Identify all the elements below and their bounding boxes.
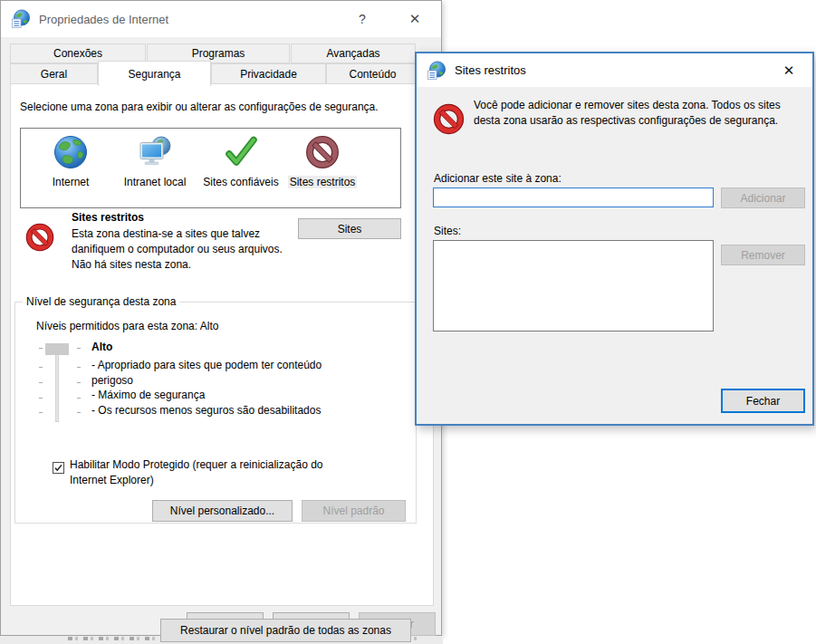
- tab-geral[interactable]: Geral: [10, 63, 98, 84]
- slider-tick: [77, 382, 81, 383]
- tab-privacidade[interactable]: Privacidade: [211, 63, 326, 84]
- security-level-slider[interactable]: [37, 339, 88, 429]
- slider-tick: [39, 398, 43, 399]
- zone-label: Intranet local: [124, 176, 187, 188]
- add-site-label: Adicionar este site à zona:: [434, 172, 562, 185]
- security-tab-panel: Selecione uma zona para exibir ou altera…: [10, 83, 434, 606]
- checkmark-icon: [53, 463, 63, 473]
- intranet-icon: [137, 134, 173, 173]
- zone-label: Sites restritos: [288, 176, 358, 188]
- slider-tick: [77, 398, 81, 399]
- add-site-input[interactable]: [433, 187, 714, 207]
- close-icon[interactable]: ✕: [396, 1, 434, 37]
- sites-list-label: Sites:: [434, 225, 461, 237]
- protected-mode-label: Habilitar Modo Protegido (requer a reini…: [70, 457, 345, 487]
- help-button[interactable]: ?: [346, 1, 379, 37]
- selected-zone-description: Esta zona destina-se a sites que talvez …: [72, 226, 296, 273]
- zone-intro-text: Selecione uma zona para exibir ou altera…: [20, 101, 427, 113]
- restricted-sites-titlebar: Sites restritos ✕: [417, 53, 812, 87]
- tab-avancadas[interactable]: Avançadas: [291, 43, 416, 63]
- security-level-group: Nível de segurança desta zona Níveis per…: [14, 302, 417, 524]
- trusted-sites-check-icon: [223, 134, 259, 173]
- restricted-sites-dialog-icon: [427, 61, 446, 81]
- slider-tick: [39, 367, 43, 368]
- selected-zone-name: Sites restritos: [72, 211, 144, 224]
- level-detail-line: - Apropriado para sites que podem ter co…: [91, 358, 365, 388]
- slider-tick: [39, 382, 43, 383]
- slider-thumb[interactable]: [45, 343, 69, 355]
- zone-description-text: Esta zona destina-se a sites que talvez …: [72, 227, 283, 255]
- group-title: Nível de segurança desta zona: [23, 295, 179, 308]
- slider-tick: [39, 412, 43, 413]
- tab-label: Privacidade: [240, 68, 297, 81]
- level-detail-line: - Máximo de segurança: [91, 388, 365, 403]
- zone-list: Internet: [20, 128, 401, 208]
- remove-button[interactable]: Remover: [721, 245, 805, 265]
- tab-label: Conexões: [53, 47, 102, 60]
- fechar-button[interactable]: Fechar: [721, 389, 805, 413]
- add-button[interactable]: Adicionar: [721, 187, 805, 208]
- tab-label: Avançadas: [326, 47, 379, 60]
- desktop: Propriedades de Internet ? ✕ Conexões Pr…: [0, 0, 816, 644]
- tab-label: Geral: [41, 68, 67, 81]
- level-name: Alto: [91, 341, 112, 353]
- zone-label: Sites confiáveis: [203, 176, 278, 188]
- restricted-sites-icon: [304, 134, 341, 173]
- tab-label: Segurança: [128, 68, 180, 81]
- internet-properties-icon: [11, 9, 31, 29]
- zone-item-intranet-local[interactable]: Intranet local: [108, 134, 202, 188]
- restricted-zone-icon: [432, 102, 466, 139]
- dialog-description: Você pode adicionar e remover sites dest…: [474, 98, 796, 129]
- protected-mode-checkbox[interactable]: [53, 462, 64, 474]
- dialog-title: Sites restritos: [455, 63, 526, 77]
- sites-listbox[interactable]: [433, 240, 714, 332]
- tab-seguranca-active[interactable]: Segurança: [98, 61, 211, 86]
- zone-item-internet[interactable]: Internet: [24, 134, 118, 188]
- sites-button[interactable]: Sites: [298, 218, 401, 239]
- dialog-title: Propriedades de Internet: [39, 13, 168, 26]
- custom-level-button[interactable]: Nível personalizado...: [152, 500, 293, 522]
- close-icon[interactable]: ✕: [771, 53, 807, 87]
- zone-label: Internet: [53, 176, 90, 188]
- allowed-levels-text: Níveis permitidos para esta zona: Alto: [36, 320, 218, 332]
- slider-track: [55, 344, 59, 422]
- slider-tick: [77, 367, 81, 368]
- zone-item-sites-confiaveis[interactable]: Sites confiáveis: [194, 134, 288, 188]
- restore-default-button[interactable]: Restaurar o nível padrão de todas as zon…: [160, 619, 411, 642]
- restricted-sites-dialog: Sites restritos ✕ Você pode adicionar e …: [415, 52, 814, 426]
- slider-tick: [77, 412, 81, 413]
- zone-item-sites-restritos[interactable]: Sites restritos: [275, 134, 370, 188]
- internet-properties-titlebar: Propriedades de Internet ? ✕: [1, 1, 441, 37]
- slider-tick: [39, 348, 43, 349]
- tab-conteudo[interactable]: Conteúdo: [326, 63, 419, 84]
- level-details: - Apropriado para sites que podem ter co…: [91, 358, 365, 418]
- restricted-zone-icon: [24, 222, 55, 255]
- internet-globe-icon: [53, 134, 89, 173]
- tab-label: Conteúdo: [349, 68, 396, 81]
- level-detail-line: - Os recursos menos seguros são desabili…: [91, 403, 365, 418]
- slider-tick: [77, 348, 81, 349]
- tab-label: Programas: [192, 47, 245, 60]
- zone-empty-note: Não há sites nesta zona.: [72, 258, 191, 271]
- internet-properties-dialog: Propriedades de Internet ? ✕ Conexões Pr…: [0, 0, 442, 636]
- default-level-button[interactable]: Nível padrão: [302, 500, 406, 522]
